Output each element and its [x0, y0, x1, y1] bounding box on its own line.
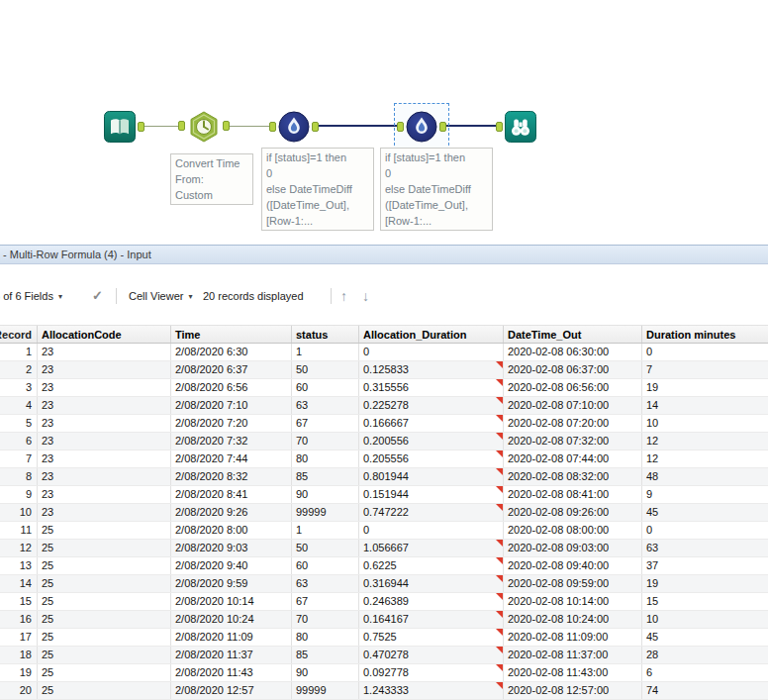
- cell-allocationcode[interactable]: 23: [38, 344, 171, 360]
- cell-allocationcode[interactable]: 23: [38, 468, 171, 485]
- cell-status[interactable]: 80: [292, 629, 359, 646]
- cell-allocationcode[interactable]: 23: [38, 379, 171, 396]
- cell-datetime-out[interactable]: 2020-02-08 07:44:00: [504, 450, 642, 467]
- cell-allocationcode[interactable]: 23: [38, 450, 171, 467]
- cell-time[interactable]: 2/08/2020 7:20: [171, 415, 292, 432]
- wire-datetime-to-multirow3[interactable]: [230, 126, 269, 127]
- cell-datetime-out[interactable]: 2020-02-08 09:26:00: [504, 504, 642, 521]
- cell-allocation-duration[interactable]: 0: [359, 522, 504, 539]
- cell-status[interactable]: 70: [292, 611, 359, 628]
- cell-duration-minutes[interactable]: 37: [642, 557, 768, 574]
- cell-record[interactable]: 16: [0, 611, 38, 628]
- table-row[interactable]: 19 25 2/08/2020 11:43 90 0.092778 2020-0…: [0, 664, 768, 682]
- annotation-multirow3[interactable]: if [status]=1 then 0 else DateTimeDiff (…: [261, 148, 374, 231]
- cell-datetime-out[interactable]: 2020-02-08 11:09:00: [504, 629, 642, 646]
- cell-status[interactable]: 99999: [292, 682, 359, 699]
- cell-allocationcode[interactable]: 23: [38, 361, 171, 378]
- cell-duration-minutes[interactable]: 19: [642, 379, 768, 396]
- cell-datetime-out[interactable]: 2020-02-08 11:37:00: [504, 647, 642, 663]
- cell-allocationcode[interactable]: 25: [38, 664, 171, 681]
- cell-duration-minutes[interactable]: 0: [642, 522, 768, 539]
- wire-multirow3-to-multirow4[interactable]: [319, 125, 397, 127]
- cell-duration-minutes[interactable]: 12: [642, 433, 768, 450]
- wire-multirow4-to-browse[interactable]: [446, 125, 496, 127]
- cell-datetime-out[interactable]: 2020-02-08 06:30:00: [504, 344, 642, 360]
- cell-datetime-out[interactable]: 2020-02-08 08:00:00: [504, 522, 642, 539]
- cell-time[interactable]: 2/08/2020 8:32: [171, 468, 292, 485]
- cell-allocationcode[interactable]: 25: [38, 540, 171, 556]
- cell-status[interactable]: 60: [292, 379, 359, 396]
- table-row[interactable]: 8 23 2/08/2020 8:32 85 0.801944 2020-02-…: [0, 468, 768, 486]
- table-row[interactable]: 16 25 2/08/2020 10:24 70 0.164167 2020-0…: [0, 611, 768, 629]
- cell-time[interactable]: 2/08/2020 12:57: [171, 682, 292, 699]
- cell-status[interactable]: 99999: [292, 504, 359, 521]
- cell-record[interactable]: 6: [0, 433, 38, 450]
- wire-input-to-datetime[interactable]: [144, 126, 178, 127]
- cell-status[interactable]: 50: [292, 540, 359, 556]
- cell-time[interactable]: 2/08/2020 9:59: [171, 575, 292, 592]
- cell-allocation-duration[interactable]: 0.151944: [359, 486, 504, 503]
- cell-duration-minutes[interactable]: 19: [642, 575, 768, 592]
- cell-datetime-out[interactable]: 2020-02-08 07:10:00: [504, 397, 642, 414]
- cell-datetime-out[interactable]: 2020-02-08 06:56:00: [504, 379, 642, 396]
- cell-duration-minutes[interactable]: 14: [642, 397, 768, 414]
- scroll-down-button[interactable]: ↓: [362, 286, 369, 306]
- table-row[interactable]: 11 25 2/08/2020 8:00 1 0 2020-02-08 08:0…: [0, 522, 768, 540]
- cell-duration-minutes[interactable]: 48: [642, 468, 768, 485]
- column-header-status[interactable]: status: [292, 326, 359, 343]
- cell-allocation-duration[interactable]: 0.246389: [359, 593, 504, 610]
- cell-time[interactable]: 2/08/2020 8:00: [171, 522, 292, 539]
- cell-duration-minutes[interactable]: 63: [642, 540, 768, 556]
- annotation-multirow4[interactable]: if [status]=1 then 0 else DateTimeDiff (…: [380, 148, 493, 231]
- table-row[interactable]: 18 25 2/08/2020 11:37 85 0.470278 2020-0…: [0, 647, 768, 664]
- cell-duration-minutes[interactable]: 6: [642, 664, 768, 681]
- table-row[interactable]: 2 23 2/08/2020 6:37 50 0.125833 2020-02-…: [0, 361, 768, 379]
- cell-time[interactable]: 2/08/2020 11:09: [171, 629, 292, 646]
- cell-time[interactable]: 2/08/2020 7:44: [171, 450, 292, 467]
- cell-allocationcode[interactable]: 25: [38, 522, 171, 539]
- output-anchor[interactable]: [223, 121, 230, 131]
- table-row[interactable]: 10 23 2/08/2020 9:26 99999 0.747222 2020…: [0, 504, 768, 522]
- cell-duration-minutes[interactable]: 0: [642, 344, 768, 360]
- cell-datetime-out[interactable]: 2020-02-08 10:24:00: [504, 611, 642, 628]
- cell-allocation-duration[interactable]: 0.315556: [359, 379, 504, 396]
- cell-allocation-duration[interactable]: 0.205556: [359, 450, 504, 467]
- cell-allocationcode[interactable]: 25: [38, 575, 171, 592]
- cell-allocation-duration[interactable]: 0.6225: [359, 557, 504, 574]
- cell-duration-minutes[interactable]: 10: [642, 611, 768, 628]
- table-row[interactable]: 13 25 2/08/2020 9:40 60 0.6225 2020-02-0…: [0, 557, 768, 575]
- table-row[interactable]: 14 25 2/08/2020 9:59 63 0.316944 2020-02…: [0, 575, 768, 593]
- cell-time[interactable]: 2/08/2020 10:14: [171, 593, 292, 610]
- tool-input-data[interactable]: [104, 111, 136, 143]
- output-anchor[interactable]: [312, 122, 319, 132]
- cell-time[interactable]: 2/08/2020 9:03: [171, 540, 292, 556]
- cell-datetime-out[interactable]: 2020-02-08 10:14:00: [504, 593, 642, 610]
- cell-allocation-duration[interactable]: 0.164167: [359, 611, 504, 628]
- cell-status[interactable]: 63: [292, 397, 359, 414]
- table-row[interactable]: 1 23 2/08/2020 6:30 1 0 2020-02-08 06:30…: [0, 344, 768, 361]
- cell-duration-minutes[interactable]: 7: [642, 361, 768, 378]
- cell-datetime-out[interactable]: 2020-02-08 07:32:00: [504, 433, 642, 450]
- cell-record[interactable]: 9: [0, 486, 38, 503]
- cell-duration-minutes[interactable]: 10: [642, 415, 768, 432]
- cell-viewer-dropdown[interactable]: Cell Viewer▾: [129, 286, 192, 306]
- cell-duration-minutes[interactable]: 12: [642, 450, 768, 467]
- annotation-datetime[interactable]: Convert Time From: Custom: [170, 153, 253, 205]
- cell-time[interactable]: 2/08/2020 6:56: [171, 379, 292, 396]
- cell-record[interactable]: 8: [0, 468, 38, 485]
- cell-record[interactable]: 20: [0, 682, 38, 699]
- cell-allocationcode[interactable]: 25: [38, 611, 171, 628]
- cell-allocationcode[interactable]: 25: [38, 629, 171, 646]
- scroll-up-button[interactable]: ↑: [340, 286, 347, 306]
- column-header-allocation-duration[interactable]: Allocation_Duration: [359, 326, 504, 343]
- cell-time[interactable]: 2/08/2020 7:10: [171, 397, 292, 414]
- table-row[interactable]: 9 23 2/08/2020 8:41 90 0.151944 2020-02-…: [0, 486, 768, 504]
- cell-time[interactable]: 2/08/2020 8:41: [171, 486, 292, 503]
- cell-status[interactable]: 85: [292, 647, 359, 663]
- column-header-record[interactable]: Record: [0, 326, 38, 343]
- input-anchor[interactable]: [178, 121, 185, 131]
- cell-allocationcode[interactable]: 23: [38, 415, 171, 432]
- fields-dropdown[interactable]: 6 of 6 Fields▾: [0, 286, 62, 306]
- cell-allocation-duration[interactable]: 0.747222: [359, 504, 504, 521]
- cell-allocation-duration[interactable]: 0: [359, 344, 504, 360]
